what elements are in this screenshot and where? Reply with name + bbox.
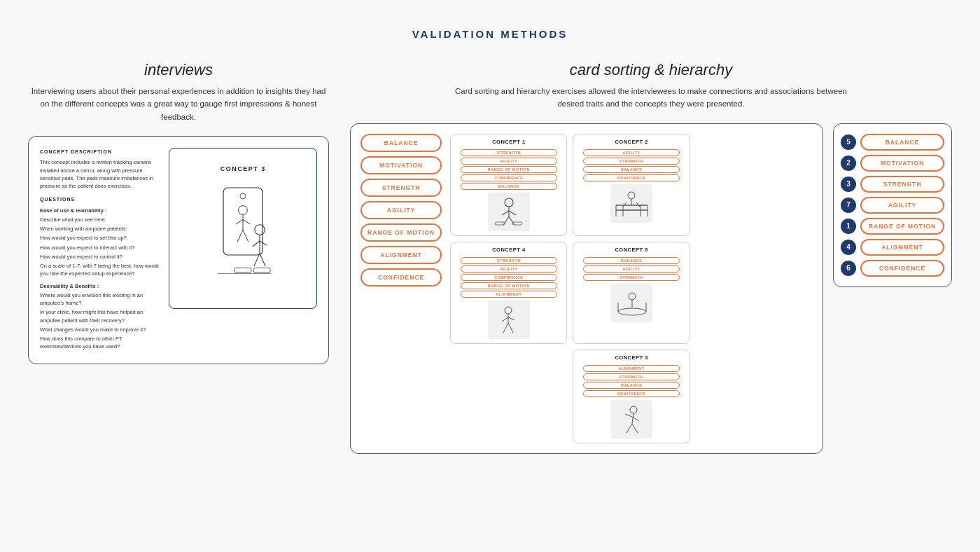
concept2-tag-4: CONFIDENCE bbox=[583, 174, 680, 181]
interviews-title: interviews bbox=[144, 61, 213, 79]
svg-line-39 bbox=[503, 323, 508, 333]
svg-line-6 bbox=[237, 230, 243, 242]
concept6-image bbox=[610, 284, 652, 322]
rank-circle-7: 6 bbox=[841, 261, 856, 276]
figure-illustration bbox=[197, 179, 288, 291]
svg-line-47 bbox=[632, 413, 634, 424]
svg-line-5 bbox=[243, 220, 250, 224]
concept3-image bbox=[610, 400, 652, 439]
concept-card-4: CONCEPT 4 STRENGTH AGILITY CONFIDENCE RA… bbox=[450, 242, 567, 344]
svg-line-48 bbox=[625, 414, 632, 417]
concept3-tag-3: BALANCE bbox=[583, 382, 680, 389]
page-title: VALIDATION METHODS bbox=[412, 28, 568, 40]
rank-label-2: MOTIVATION bbox=[860, 155, 944, 172]
trait-confidence[interactable]: CONFIDENCE bbox=[360, 268, 442, 287]
svg-line-37 bbox=[502, 317, 508, 322]
concept4-tag-4: RANGE OF MOTION bbox=[461, 282, 557, 289]
svg-line-19 bbox=[502, 211, 509, 215]
svg-line-11 bbox=[260, 241, 267, 245]
ease-item-5: How would you expect to control it? bbox=[40, 253, 160, 261]
concept3-tag-1: ALIGNMENT bbox=[583, 365, 680, 372]
ease-item-2: When working with amputee patients: bbox=[40, 225, 160, 233]
trait-motivation[interactable]: MOTIVATION bbox=[360, 156, 442, 174]
rank-label-5: RANGE OF MOTION bbox=[860, 218, 944, 235]
interview-card: CONCEPT DESCRIPTION This concept include… bbox=[28, 136, 329, 364]
concept-illustration: CONCEPT 3 bbox=[169, 148, 317, 309]
concept6-tag-2: AGILITY bbox=[583, 265, 680, 272]
svg-line-38 bbox=[508, 317, 514, 320]
hierarchy-card: 5 BALANCE 2 MOTIVATION 3 STRENGTH 7 AGIL… bbox=[833, 123, 952, 287]
concept2-image bbox=[610, 184, 652, 223]
rank-label-4: AGILITY bbox=[860, 197, 944, 214]
concept1-tags: STRENGTH AGILITY RANGE OF MOTION CONFIDE… bbox=[455, 149, 562, 190]
svg-line-40 bbox=[508, 323, 513, 333]
concept1-image bbox=[488, 193, 530, 231]
svg-rect-14 bbox=[234, 268, 251, 272]
concept4-tag-1: STRENGTH bbox=[461, 257, 557, 264]
svg-line-20 bbox=[509, 211, 516, 215]
rank-item-7: 6 CONFIDENCE bbox=[841, 260, 944, 277]
svg-line-33 bbox=[623, 202, 626, 207]
concept1-tag-4: CONFIDENCE bbox=[461, 174, 557, 181]
concept2-tag-1: AGILITY bbox=[583, 149, 680, 156]
svg-point-44 bbox=[629, 293, 636, 300]
rank-item-4: 7 AGILITY bbox=[841, 197, 944, 214]
concept1-tag-2: AGILITY bbox=[461, 158, 557, 165]
svg-line-13 bbox=[260, 254, 265, 266]
rank-item-2: 2 MOTIVATION bbox=[841, 155, 944, 172]
concept-card-1: CONCEPT 1 STRENGTH AGILITY RANGE OF MOTI… bbox=[450, 134, 567, 236]
rank-circle-6: 4 bbox=[841, 240, 856, 255]
concept4-tag-2: AGILITY bbox=[461, 265, 557, 272]
trait-balance[interactable]: BALANCE bbox=[360, 134, 442, 152]
concept6-title: CONCEPT 6 bbox=[615, 247, 648, 253]
concept3-tag-4: CONFIDENCE bbox=[583, 390, 680, 397]
svg-line-21 bbox=[503, 216, 509, 225]
ease-item-4: How would you expect to interact with it… bbox=[40, 244, 160, 251]
concept-desc-text: This concept includes a motion tracking … bbox=[40, 158, 160, 190]
svg-line-49 bbox=[632, 417, 639, 421]
concept2-tags: AGILITY STRENGTH BALANCE CONFIDENCE bbox=[578, 149, 685, 181]
ease-item-3: How would you expect to set this up? bbox=[40, 234, 160, 242]
right-cards-row: BALANCE MOTIVATION STRENGTH AGILITY RANG… bbox=[350, 123, 952, 454]
svg-point-17 bbox=[505, 198, 513, 207]
svg-point-2 bbox=[239, 206, 248, 215]
concept4-image bbox=[488, 301, 530, 339]
concept1-tag-3: RANGE OF MOTION bbox=[461, 166, 557, 173]
desirability-item-2: In your clinic, how might this have help… bbox=[40, 308, 160, 324]
concept4-tag-5: ALIGNMENT bbox=[461, 291, 557, 298]
desirability-item-3: What changes would you make to improve i… bbox=[40, 326, 160, 333]
concept4-tag-3: CONFIDENCE bbox=[461, 274, 557, 281]
trait-strength[interactable]: STRENGTH bbox=[360, 179, 442, 197]
rank-label-7: CONFIDENCE bbox=[860, 260, 944, 277]
trait-alignment[interactable]: ALIGNMENT bbox=[360, 246, 442, 264]
svg-line-22 bbox=[509, 216, 514, 225]
desirability-item-1: Where would you envision this existing i… bbox=[40, 291, 160, 308]
svg-line-10 bbox=[253, 241, 260, 247]
concept-desc-header: CONCEPT DESCRIPTION bbox=[40, 148, 160, 156]
interview-text: CONCEPT DESCRIPTION This concept include… bbox=[40, 148, 160, 352]
rank-circle-4: 7 bbox=[841, 198, 856, 213]
rank-item-1: 5 BALANCE bbox=[841, 134, 944, 151]
svg-point-31 bbox=[628, 192, 635, 199]
questions-header: QUESTIONS bbox=[40, 195, 160, 203]
rank-circle-1: 5 bbox=[841, 134, 856, 150]
svg-line-4 bbox=[236, 220, 243, 224]
svg-rect-15 bbox=[253, 268, 270, 272]
trait-agility[interactable]: AGILITY bbox=[360, 201, 442, 219]
concept6-tag-1: BALANCE bbox=[583, 257, 680, 264]
concept2-tag-2: STRENGTH bbox=[583, 158, 680, 165]
ease-item-1: Describe what you see here. bbox=[40, 216, 160, 223]
rank-circle-2: 2 bbox=[841, 156, 856, 171]
trait-range-of-motion[interactable]: RANGE OF MOTION bbox=[360, 223, 442, 242]
rank-label-1: BALANCE bbox=[860, 134, 944, 151]
svg-point-35 bbox=[505, 307, 512, 314]
concept1-tag-5: BALANCE bbox=[461, 183, 557, 190]
concept1-tag-1: STRENGTH bbox=[461, 149, 557, 156]
concept4-title: CONCEPT 4 bbox=[492, 247, 525, 253]
concept6-tag-3: STRENGTH bbox=[583, 274, 680, 281]
desirability-label: Desirability & Benefits : bbox=[40, 282, 160, 290]
rank-label-3: STRENGTH bbox=[860, 176, 944, 193]
rank-circle-3: 3 bbox=[841, 177, 856, 192]
desirability-item-4: How does this compare to other PT exerci… bbox=[40, 335, 160, 351]
concept-card-2: CONCEPT 2 AGILITY STRENGTH BALANCE CONFI… bbox=[573, 134, 690, 236]
